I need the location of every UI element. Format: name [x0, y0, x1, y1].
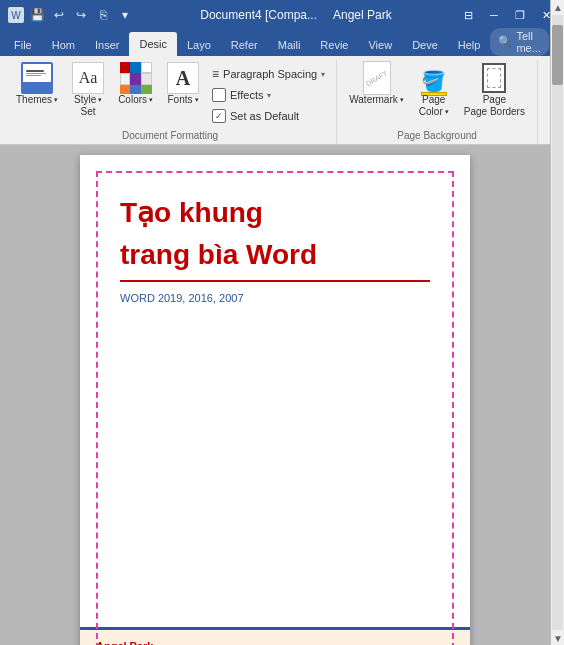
colors-label: Colors ▾	[118, 94, 153, 106]
search-icon: 🔍	[498, 35, 512, 48]
tab-developer[interactable]: Deve	[402, 34, 448, 56]
vertical-scrollbar[interactable]: ▲ ▼	[550, 0, 564, 645]
document-formatting-group: Themes ▾ Aa Style ▾ Set	[4, 60, 337, 144]
tab-references[interactable]: Refer	[221, 34, 268, 56]
colors-icon	[120, 62, 152, 94]
paragraph-spacing-button[interactable]: ≡ Paragraph Spacing ▾	[207, 64, 330, 84]
tab-file[interactable]: File	[4, 34, 42, 56]
page-subtitle: WORD 2019, 2016, 2007	[120, 292, 430, 304]
tab-help[interactable]: Help	[448, 34, 491, 56]
page-title-line1: Tạo khung	[120, 195, 430, 231]
style-set-button[interactable]: Aa Style ▾ Set	[66, 60, 110, 120]
effects-arrow: ▾	[267, 91, 271, 100]
page-color-icon: 🪣	[418, 62, 450, 94]
redo-qs-button[interactable]: ↪	[72, 6, 90, 24]
page-background-content: DRAFT Watermark ▾ 🪣 Page Col	[343, 60, 531, 128]
tab-view[interactable]: View	[358, 34, 402, 56]
page-title-underline	[120, 280, 430, 282]
document-formatting-label: Document Formatting	[10, 128, 330, 144]
fonts-icon: A	[167, 62, 199, 94]
themes-button[interactable]: Themes ▾	[10, 60, 64, 108]
save-qs-button[interactable]: 💾	[28, 6, 46, 24]
page-background-group: DRAFT Watermark ▾ 🪣 Page Col	[337, 60, 538, 144]
title-bar-right: ⊟ ─ ❐ ✕	[458, 5, 556, 25]
page-background-label: Page Background	[343, 128, 531, 144]
page-color-button[interactable]: 🪣 Page Color ▾	[412, 60, 456, 120]
page-borders-label-line2: Page Borders	[464, 106, 525, 118]
tab-layout[interactable]: Layo	[177, 34, 221, 56]
tab-mailings[interactable]: Maili	[268, 34, 311, 56]
set-as-default-label: Set as Default	[230, 110, 299, 122]
set-as-default-check: ✓	[212, 109, 226, 123]
paint-bucket-icon: 🪣	[421, 71, 446, 91]
page-content: Tạo khung trang bìa Word WORD 2019, 2016…	[80, 155, 470, 627]
watermark-label: Watermark ▾	[349, 94, 404, 106]
page-color-label-line2: Color ▾	[419, 106, 449, 118]
document-title: Document4 [Compa...	[200, 8, 317, 22]
scroll-down-button[interactable]: ▼	[551, 631, 564, 645]
ribbon-toggle-icon[interactable]: ⊟	[458, 5, 478, 25]
watermark-button[interactable]: DRAFT Watermark ▾	[343, 60, 410, 108]
style-set-label2: Set	[81, 106, 96, 118]
themes-label: Themes ▾	[16, 94, 58, 106]
minimize-button[interactable]: ─	[484, 5, 504, 25]
formatting-stack: ≡ Paragraph Spacing ▾ Effects ▾ ✓ Set as…	[207, 60, 330, 126]
page-wrapper: Tạo khung trang bìa Word WORD 2019, 2016…	[0, 145, 564, 645]
set-as-default-button[interactable]: ✓ Set as Default	[207, 106, 330, 126]
fonts-button[interactable]: A Fonts ▾	[161, 60, 205, 108]
footer-name: Angel Park	[96, 640, 454, 645]
document-container: Tạo khung trang bìa Word WORD 2019, 2016…	[0, 145, 564, 645]
paragraph-spacing-icon: ≡	[212, 67, 219, 81]
tell-me-input[interactable]: 🔍 Tell me...	[490, 28, 548, 56]
title-bar: W 💾 ↩ ↪ ⎘ ▾ Document4 [Compa... Angel Pa…	[0, 0, 564, 30]
title-bar-left: W 💾 ↩ ↪ ⎘ ▾	[8, 6, 134, 24]
document-formatting-content: Themes ▾ Aa Style ▾ Set	[10, 60, 330, 128]
document-page: Tạo khung trang bìa Word WORD 2019, 2016…	[80, 155, 470, 645]
clone-qs-button[interactable]: ⎘	[94, 6, 112, 24]
tab-review[interactable]: Revie	[310, 34, 358, 56]
effects-label: Effects	[230, 89, 263, 101]
user-name: Angel Park	[333, 8, 392, 22]
tab-insert[interactable]: Inser	[85, 34, 129, 56]
fonts-label: Fonts ▾	[168, 94, 199, 106]
ribbon-tab-bar: File Hom Inser Desic Layo Refer Maili Re…	[0, 30, 564, 56]
effects-button[interactable]: Effects ▾	[207, 85, 330, 105]
tab-design[interactable]: Desic	[129, 32, 177, 56]
colors-button[interactable]: Colors ▾	[112, 60, 159, 108]
page-borders-icon	[478, 62, 510, 94]
page-borders-button[interactable]: Page Page Borders	[458, 60, 531, 120]
scroll-thumb[interactable]	[552, 25, 563, 85]
tell-me-label: Tell me...	[516, 30, 540, 54]
effects-check	[212, 88, 226, 102]
tab-home[interactable]: Hom	[42, 34, 85, 56]
ribbon: Themes ▾ Aa Style ▾ Set	[0, 56, 564, 145]
word-icon: W	[8, 7, 24, 23]
style-set-label: Style ▾	[74, 94, 102, 106]
paragraph-spacing-arrow: ▾	[321, 70, 325, 79]
style-set-icon: Aa	[72, 62, 104, 94]
qs-dropdown-button[interactable]: ▾	[116, 6, 134, 24]
scroll-track[interactable]	[552, 15, 563, 630]
page-color-label-line1: Page	[422, 94, 445, 106]
page-borders-label-line1: Page	[483, 94, 506, 106]
restore-button[interactable]: ❐	[510, 5, 530, 25]
scroll-up-button[interactable]: ▲	[551, 0, 564, 14]
paragraph-spacing-label: Paragraph Spacing	[223, 68, 317, 80]
themes-icon	[21, 62, 53, 94]
document-main: Tạo khung trang bìa Word WORD 2019, 2016…	[0, 145, 564, 645]
watermark-icon: DRAFT	[361, 62, 393, 94]
page-footer: Angel Park CÔNG TY CỔ PHẦN TRỰC TUYẾN ME…	[80, 627, 470, 645]
undo-qs-button[interactable]: ↩	[50, 6, 68, 24]
title-bar-center: Document4 [Compa... Angel Park	[134, 8, 458, 22]
page-title-line2: trang bìa Word	[120, 237, 430, 273]
